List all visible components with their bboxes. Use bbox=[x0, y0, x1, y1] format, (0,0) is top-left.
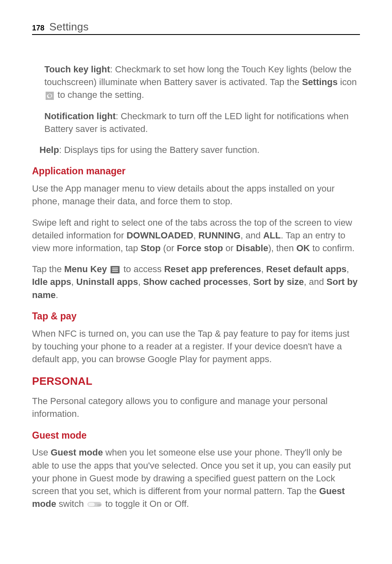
text: , bbox=[193, 230, 198, 240]
notification-light-paragraph: Notification light: Checkmark to turn of… bbox=[32, 110, 360, 135]
text: to confirm. bbox=[310, 243, 355, 253]
touch-key-light-paragraph: Touch key light: Checkmark to set how lo… bbox=[32, 63, 360, 102]
all-tab-label: ALL bbox=[263, 230, 281, 240]
page-body: Touch key light: Checkmark to set how lo… bbox=[32, 63, 360, 511]
application-manager-heading: Application manager bbox=[32, 164, 360, 178]
toggle-switch-icon: OFF bbox=[88, 501, 101, 508]
gear-icon bbox=[46, 92, 54, 100]
personal-heading: PERSONAL bbox=[32, 374, 360, 389]
svg-rect-4 bbox=[112, 269, 118, 270]
svg-rect-7 bbox=[88, 502, 95, 506]
sort-by-size-label: Sort by size bbox=[253, 277, 304, 287]
text: Use bbox=[32, 447, 51, 458]
app-manager-para-2: Swipe left and right to select one of th… bbox=[32, 216, 360, 255]
text: , bbox=[248, 277, 253, 287]
reset-default-apps-label: Reset default apps bbox=[266, 264, 347, 274]
page-header: 178 Settings bbox=[32, 21, 360, 35]
ok-label: OK bbox=[296, 243, 310, 253]
text: to change the setting. bbox=[55, 90, 144, 100]
app-manager-para-3: Tap the Menu Key to access Reset app pre… bbox=[32, 263, 360, 301]
svg-rect-3 bbox=[112, 268, 118, 268]
page-title: Settings bbox=[49, 21, 89, 33]
disable-label: Disable bbox=[236, 243, 268, 253]
guest-mode-paragraph: Use Guest mode when you let someone else… bbox=[32, 446, 360, 510]
text: , and bbox=[240, 230, 263, 240]
idle-apps-label: Idle apps bbox=[32, 277, 71, 287]
tap-and-pay-heading: Tap & pay bbox=[32, 310, 360, 323]
reset-app-preferences-label: Reset app preferences bbox=[164, 264, 261, 274]
text: . bbox=[55, 290, 58, 300]
text: , bbox=[71, 277, 76, 287]
svg-rect-5 bbox=[112, 271, 118, 272]
text: , bbox=[138, 277, 143, 287]
tap-and-pay-paragraph: When NFC is turned on, you can use the T… bbox=[32, 327, 360, 366]
force-stop-label: Force stop bbox=[177, 243, 223, 253]
page-number: 178 bbox=[32, 24, 44, 32]
text: , bbox=[261, 264, 266, 274]
text: : Displays tips for using the Battery sa… bbox=[59, 145, 260, 155]
settings-label: Settings bbox=[302, 77, 338, 87]
text: icon bbox=[338, 77, 357, 87]
guest-mode-heading: Guest mode bbox=[32, 429, 360, 442]
svg-text:OFF: OFF bbox=[97, 504, 101, 506]
uninstall-apps-label: Uninstall apps bbox=[76, 277, 138, 287]
personal-paragraph: The Personal category allows you to conf… bbox=[32, 395, 360, 420]
text: to toggle it On or Off. bbox=[103, 499, 189, 509]
show-cached-processes-label: Show cached processes bbox=[143, 277, 248, 287]
touch-key-light-label: Touch key light bbox=[44, 64, 110, 74]
text: switch bbox=[56, 499, 86, 509]
help-label: Help bbox=[39, 145, 59, 155]
text: or bbox=[223, 243, 236, 253]
menu-icon bbox=[111, 266, 120, 273]
text: Tap the bbox=[32, 264, 64, 274]
text: to access bbox=[121, 264, 164, 274]
text: , bbox=[346, 264, 349, 274]
help-paragraph: Help: Displays tips for using the Batter… bbox=[32, 143, 360, 156]
stop-label: Stop bbox=[141, 243, 161, 253]
running-tab-label: RUNNING bbox=[198, 230, 241, 240]
downloaded-tab-label: DOWNLOADED bbox=[127, 230, 194, 240]
app-manager-para-1: Use the App manager menu to view details… bbox=[32, 182, 360, 208]
notification-light-label: Notification light bbox=[44, 111, 116, 121]
text: , and bbox=[304, 277, 326, 287]
document-page: 178 Settings Touch key light: Checkmark … bbox=[0, 0, 392, 564]
guest-mode-label: Guest mode bbox=[51, 447, 103, 458]
svg-point-1 bbox=[49, 95, 51, 96]
text: (or bbox=[161, 243, 177, 253]
text: ), then bbox=[268, 243, 296, 253]
menu-key-label: Menu Key bbox=[64, 264, 107, 274]
